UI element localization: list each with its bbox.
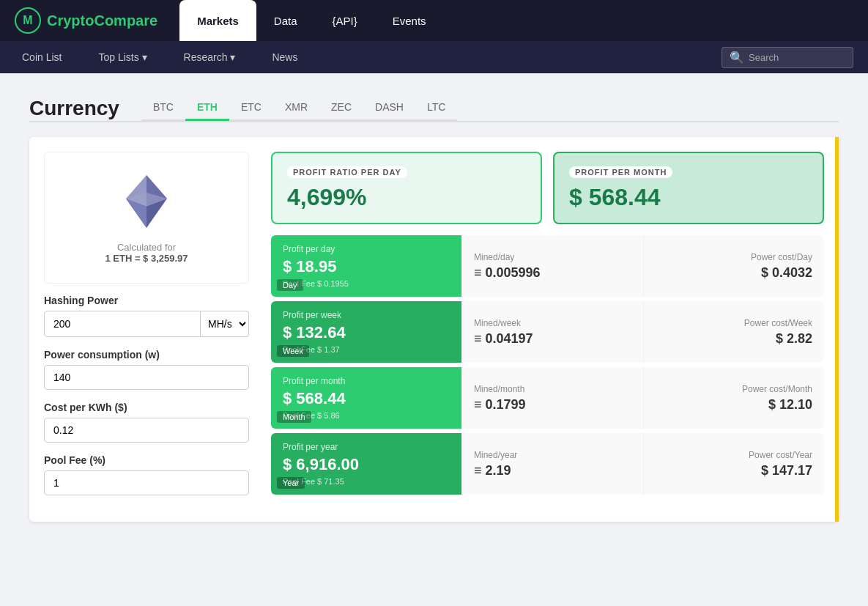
stats-row-month: Profit per month $ 568.44 Pool Fee $ 5.8… bbox=[271, 367, 824, 429]
hashing-power-input-group: MH/s GH/s TH/s bbox=[44, 311, 249, 337]
main-content: Currency BTC ETH ETC XMR ZEC DASH LTC bbox=[0, 73, 868, 606]
power-consumption-label: Power consumption (w) bbox=[44, 349, 249, 361]
tab-eth[interactable]: ETH bbox=[185, 95, 229, 121]
currency-header-row: Currency BTC ETH ETC XMR ZEC DASH LTC bbox=[29, 95, 839, 122]
stat-mined-label: Mined/month bbox=[474, 384, 631, 394]
stat-power-year: Power cost/Year $ 147.17 bbox=[643, 433, 825, 495]
page-title: Currency bbox=[29, 97, 119, 120]
stat-main-label: Profit per week bbox=[283, 310, 450, 320]
currency-tabs: BTC ETH ETC XMR ZEC DASH LTC bbox=[141, 95, 457, 121]
stat-main-label: Profit per day bbox=[283, 244, 450, 254]
calc-value: 1 ETH = $ 3,259.97 bbox=[105, 253, 188, 264]
stat-main-month: Profit per month $ 568.44 Pool Fee $ 5.8… bbox=[271, 367, 461, 429]
search-box[interactable]: 🔍 bbox=[722, 47, 853, 68]
stat-mined-year: Mined/year ≡ 2.19 bbox=[461, 433, 643, 495]
profit-ratio-box: PROFIT RATIO PER DAY 4,699% bbox=[271, 152, 542, 224]
stat-main-value: $ 18.95 bbox=[283, 257, 450, 276]
stat-mined-label: Mined/day bbox=[474, 252, 631, 262]
stat-mined-month: Mined/month ≡ 0.1799 bbox=[461, 367, 643, 429]
stats-container: Profit per day $ 18.95 Pool Fee $ 0.1955… bbox=[271, 235, 824, 495]
stat-main-year: Profit per year $ 6,916.00 Pool Fee $ 71… bbox=[271, 433, 461, 495]
content-card: Calculated for 1 ETH = $ 3,259.97 Hashin… bbox=[29, 137, 839, 522]
period-badge: Month bbox=[277, 411, 311, 423]
left-panel: Calculated for 1 ETH = $ 3,259.97 Hashin… bbox=[44, 152, 249, 507]
nav-events[interactable]: Events bbox=[375, 0, 444, 41]
yellow-accent-bar bbox=[835, 137, 839, 522]
profit-month-label: PROFIT PER MONTH bbox=[569, 166, 672, 178]
tab-zec[interactable]: ZEC bbox=[319, 95, 363, 121]
subnav-news[interactable]: News bbox=[264, 41, 305, 73]
logo[interactable]: M CryptoCompare bbox=[15, 7, 157, 34]
hashing-power-label: Hashing Power bbox=[44, 295, 249, 306]
profit-month-box: PROFIT PER MONTH $ 568.44 bbox=[553, 152, 824, 224]
top-navigation: M CryptoCompare Markets Data {API} Event… bbox=[0, 0, 868, 41]
hashing-unit-select[interactable]: MH/s GH/s TH/s bbox=[201, 311, 249, 337]
hashing-power-group: Hashing Power MH/s GH/s TH/s bbox=[44, 295, 249, 337]
profit-ratio-value: 4,699% bbox=[287, 184, 526, 211]
stat-main-label: Profit per month bbox=[283, 376, 450, 386]
tab-xmr[interactable]: XMR bbox=[273, 95, 319, 121]
nav-markets[interactable]: Markets bbox=[179, 0, 256, 41]
power-consumption-input[interactable] bbox=[44, 365, 249, 390]
right-panel: PROFIT RATIO PER DAY 4,699% PROFIT PER M… bbox=[271, 152, 824, 507]
stat-power-day: Power cost/Day $ 0.4032 bbox=[643, 235, 825, 297]
nav-api[interactable]: {API} bbox=[315, 0, 375, 41]
pool-fee-group: Pool Fee (%) bbox=[44, 454, 249, 495]
sub-navigation: Coin List Top Lists ▾ Research ▾ News 🔍 bbox=[0, 41, 868, 73]
stats-row-week: Profit per week $ 132.64 Pool Fee $ 1.37… bbox=[271, 301, 824, 363]
search-input[interactable] bbox=[749, 52, 845, 63]
subnav-coin-list[interactable]: Coin List bbox=[15, 41, 69, 73]
stat-power-value: $ 2.82 bbox=[656, 331, 813, 347]
stat-power-label: Power cost/Day bbox=[656, 252, 813, 262]
stat-main-day: Profit per day $ 18.95 Pool Fee $ 0.1955… bbox=[271, 235, 461, 297]
stat-main-value: $ 132.64 bbox=[283, 323, 450, 342]
profit-month-value: $ 568.44 bbox=[569, 184, 808, 211]
stat-mined-value: ≡ 2.19 bbox=[474, 463, 631, 478]
subnav-research[interactable]: Research ▾ bbox=[177, 41, 243, 73]
calc-label: Calculated for bbox=[117, 242, 176, 253]
stat-pool-fee: Pool Fee $ 0.1955 bbox=[283, 279, 450, 288]
stat-mined-value: ≡ 0.005996 bbox=[474, 265, 631, 281]
logo-text: CryptoCompare bbox=[47, 12, 157, 29]
tab-ltc[interactable]: LTC bbox=[415, 95, 457, 121]
summary-row: PROFIT RATIO PER DAY 4,699% PROFIT PER M… bbox=[271, 152, 824, 224]
cost-kwh-input[interactable] bbox=[44, 418, 249, 443]
period-badge: Week bbox=[277, 345, 309, 357]
period-badge: Day bbox=[277, 279, 303, 291]
stat-power-label: Power cost/Year bbox=[656, 450, 813, 460]
hashing-power-input[interactable] bbox=[44, 311, 201, 337]
stat-mined-value: ≡ 0.04197 bbox=[474, 331, 631, 347]
eth-logo-box: Calculated for 1 ETH = $ 3,259.97 bbox=[44, 152, 249, 284]
stat-power-value: $ 0.4032 bbox=[656, 265, 813, 281]
tab-dash[interactable]: DASH bbox=[363, 95, 415, 121]
stat-power-week: Power cost/Week $ 2.82 bbox=[643, 301, 825, 363]
stat-power-value: $ 12.10 bbox=[656, 397, 813, 413]
stat-power-month: Power cost/Month $ 12.10 bbox=[643, 367, 825, 429]
power-consumption-group: Power consumption (w) bbox=[44, 349, 249, 390]
main-nav-items: Markets Data {API} Events bbox=[179, 0, 443, 41]
stat-mined-label: Mined/week bbox=[474, 318, 631, 328]
nav-data[interactable]: Data bbox=[256, 0, 315, 41]
eth-diamond-icon bbox=[117, 172, 176, 231]
pool-fee-input[interactable] bbox=[44, 470, 249, 495]
stat-mined-week: Mined/week ≡ 0.04197 bbox=[461, 301, 643, 363]
stat-mined-label: Mined/year bbox=[474, 450, 631, 460]
stat-pool-fee: Pool Fee $ 71.35 bbox=[283, 477, 450, 486]
stat-power-label: Power cost/Week bbox=[656, 318, 813, 328]
stat-main-label: Profit per year bbox=[283, 442, 450, 452]
stat-power-label: Power cost/Month bbox=[656, 384, 813, 394]
stat-main-value: $ 568.44 bbox=[283, 389, 450, 408]
stat-mined-value: ≡ 0.1799 bbox=[474, 397, 631, 413]
stat-main-week: Profit per week $ 132.64 Pool Fee $ 1.37… bbox=[271, 301, 461, 363]
stat-power-value: $ 147.17 bbox=[656, 463, 813, 478]
search-icon: 🔍 bbox=[730, 51, 744, 64]
pool-fee-label: Pool Fee (%) bbox=[44, 454, 249, 466]
cost-kwh-group: Cost per KWh ($) bbox=[44, 402, 249, 443]
period-badge: Year bbox=[277, 477, 305, 489]
subnav-top-lists[interactable]: Top Lists ▾ bbox=[91, 41, 154, 73]
cost-kwh-label: Cost per KWh ($) bbox=[44, 402, 249, 413]
tab-btc[interactable]: BTC bbox=[141, 95, 185, 121]
logo-icon: M bbox=[15, 7, 41, 34]
stats-row-day: Profit per day $ 18.95 Pool Fee $ 0.1955… bbox=[271, 235, 824, 297]
tab-etc[interactable]: ETC bbox=[229, 95, 273, 121]
